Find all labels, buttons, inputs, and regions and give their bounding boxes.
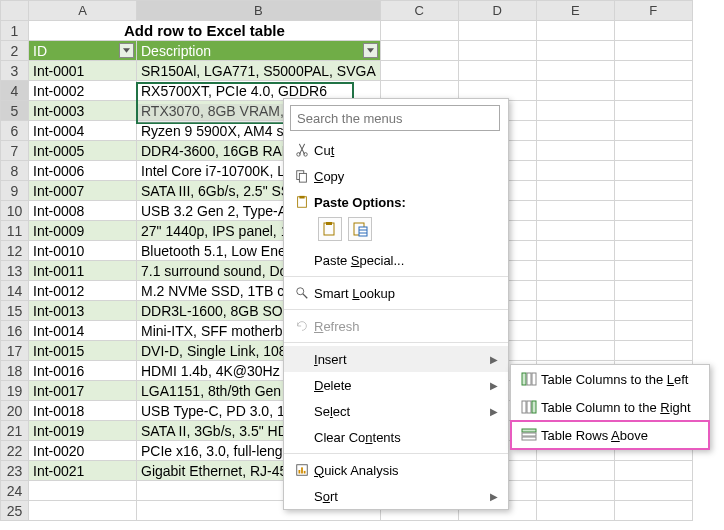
row-header-17[interactable]: 17 bbox=[1, 341, 29, 361]
cell-id[interactable]: Int-0009 bbox=[29, 221, 137, 241]
menu-select-label: Select bbox=[314, 404, 490, 419]
submenu-table-rows-above[interactable]: Table Rows Above bbox=[511, 421, 709, 449]
svg-rect-16 bbox=[301, 467, 303, 473]
col-header-C[interactable]: C bbox=[380, 1, 458, 21]
row-header-3[interactable]: 3 bbox=[1, 61, 29, 81]
cell-id[interactable]: Int-0010 bbox=[29, 241, 137, 261]
cell-id[interactable]: Int-0018 bbox=[29, 401, 137, 421]
row-header-6[interactable]: 6 bbox=[1, 121, 29, 141]
table-header-id[interactable]: ID bbox=[29, 41, 137, 61]
row-header-15[interactable]: 15 bbox=[1, 301, 29, 321]
cell-id[interactable]: Int-0003 bbox=[29, 101, 137, 121]
insert-col-right-icon bbox=[517, 397, 541, 417]
row-header-4[interactable]: 4 bbox=[1, 81, 29, 101]
col-header-A[interactable]: A bbox=[29, 1, 137, 21]
paste-normal-button[interactable] bbox=[318, 217, 342, 241]
cell-id[interactable]: Int-0013 bbox=[29, 301, 137, 321]
row-header-22[interactable]: 22 bbox=[1, 441, 29, 461]
svg-rect-25 bbox=[522, 433, 536, 436]
cell-id[interactable]: Int-0012 bbox=[29, 281, 137, 301]
cell-id[interactable]: Int-0008 bbox=[29, 201, 137, 221]
menu-clear-contents[interactable]: Clear Contents bbox=[284, 424, 508, 450]
row-header-2[interactable]: 2 bbox=[1, 41, 29, 61]
svg-line-13 bbox=[303, 294, 307, 298]
menu-sort[interactable]: Sort ▶ bbox=[284, 483, 508, 509]
menu-copy-label: Copy bbox=[314, 169, 498, 184]
cell-id[interactable]: Int-0004 bbox=[29, 121, 137, 141]
menu-smart-lookup-label: Smart Lookup bbox=[314, 286, 498, 301]
svg-rect-19 bbox=[527, 373, 531, 385]
menu-separator bbox=[284, 276, 508, 277]
menu-search-placeholder: Search the menus bbox=[297, 111, 403, 126]
submenu-col-right-label: Table Column to the Right bbox=[541, 400, 699, 415]
table-header-id-label: ID bbox=[33, 43, 47, 59]
svg-rect-17 bbox=[304, 471, 306, 474]
row-header-1[interactable]: 1 bbox=[1, 21, 29, 41]
cell-id[interactable]: Int-0020 bbox=[29, 441, 137, 461]
row-header-18[interactable]: 18 bbox=[1, 361, 29, 381]
cell-id[interactable]: Int-0014 bbox=[29, 321, 137, 341]
menu-search-input[interactable]: Search the menus bbox=[290, 105, 500, 131]
row-header-24[interactable]: 24 bbox=[1, 481, 29, 501]
table-header-desc[interactable]: Description bbox=[137, 41, 381, 61]
cell-id[interactable]: Int-0002 bbox=[29, 81, 137, 101]
row-header-25[interactable]: 25 bbox=[1, 501, 29, 521]
menu-insert[interactable]: Insert ▶ bbox=[284, 346, 508, 372]
row-header-8[interactable]: 8 bbox=[1, 161, 29, 181]
row-header-13[interactable]: 13 bbox=[1, 261, 29, 281]
col-header-B[interactable]: B bbox=[137, 1, 381, 21]
paste-values-button[interactable] bbox=[348, 217, 372, 241]
row-header-19[interactable]: 19 bbox=[1, 381, 29, 401]
svg-rect-5 bbox=[299, 196, 304, 199]
row-header-21[interactable]: 21 bbox=[1, 421, 29, 441]
col-header-D[interactable]: D bbox=[458, 1, 536, 21]
table-header-desc-label: Description bbox=[141, 43, 211, 59]
svg-rect-15 bbox=[299, 470, 301, 474]
menu-cut[interactable]: Cut bbox=[284, 137, 508, 163]
cell-id[interactable]: Int-0019 bbox=[29, 421, 137, 441]
filter-dropdown-desc[interactable] bbox=[363, 43, 378, 58]
row-header-20[interactable]: 20 bbox=[1, 401, 29, 421]
insert-cols-left-icon bbox=[517, 369, 541, 389]
filter-dropdown-id[interactable] bbox=[119, 43, 134, 58]
row-header-14[interactable]: 14 bbox=[1, 281, 29, 301]
menu-quick-analysis[interactable]: Quick Analysis bbox=[284, 457, 508, 483]
menu-separator bbox=[284, 309, 508, 310]
menu-paste-options: Paste Options: bbox=[284, 189, 508, 215]
row-header-16[interactable]: 16 bbox=[1, 321, 29, 341]
row-header-12[interactable]: 12 bbox=[1, 241, 29, 261]
row-header-7[interactable]: 7 bbox=[1, 141, 29, 161]
menu-insert-label: Insert bbox=[314, 352, 490, 367]
menu-paste-special[interactable]: Paste Special... bbox=[284, 247, 508, 273]
insert-submenu: Table Columns to the Left Table Column t… bbox=[510, 364, 710, 450]
cell-id[interactable]: Int-0016 bbox=[29, 361, 137, 381]
svg-rect-3 bbox=[299, 173, 306, 182]
col-header-F[interactable]: F bbox=[614, 1, 692, 21]
chevron-right-icon: ▶ bbox=[490, 380, 498, 391]
select-all-cell[interactable] bbox=[1, 1, 29, 21]
cell-id[interactable]: Int-0006 bbox=[29, 161, 137, 181]
cell-id[interactable]: Int-0021 bbox=[29, 461, 137, 481]
cell-id[interactable]: Int-0015 bbox=[29, 341, 137, 361]
submenu-table-col-right[interactable]: Table Column to the Right bbox=[511, 393, 709, 421]
cell-desc[interactable]: SR150Al, LGA771, S5000PAL, SVGA bbox=[137, 61, 381, 81]
submenu-table-cols-left[interactable]: Table Columns to the Left bbox=[511, 365, 709, 393]
svg-rect-18 bbox=[522, 373, 526, 385]
menu-smart-lookup[interactable]: Smart Lookup bbox=[284, 280, 508, 306]
insert-rows-above-icon bbox=[517, 425, 541, 445]
cell-id[interactable]: Int-0017 bbox=[29, 381, 137, 401]
menu-delete[interactable]: Delete ▶ bbox=[284, 372, 508, 398]
cell-id[interactable]: Int-0007 bbox=[29, 181, 137, 201]
row-header-9[interactable]: 9 bbox=[1, 181, 29, 201]
cell-id[interactable]: Int-0011 bbox=[29, 261, 137, 281]
menu-select[interactable]: Select ▶ bbox=[284, 398, 508, 424]
row-header-10[interactable]: 10 bbox=[1, 201, 29, 221]
cell-id[interactable]: Int-0001 bbox=[29, 61, 137, 81]
refresh-icon bbox=[290, 316, 314, 336]
cell-id[interactable]: Int-0005 bbox=[29, 141, 137, 161]
menu-copy[interactable]: Copy bbox=[284, 163, 508, 189]
row-header-11[interactable]: 11 bbox=[1, 221, 29, 241]
col-header-E[interactable]: E bbox=[536, 1, 614, 21]
row-header-5[interactable]: 5 bbox=[1, 101, 29, 121]
row-header-23[interactable]: 23 bbox=[1, 461, 29, 481]
